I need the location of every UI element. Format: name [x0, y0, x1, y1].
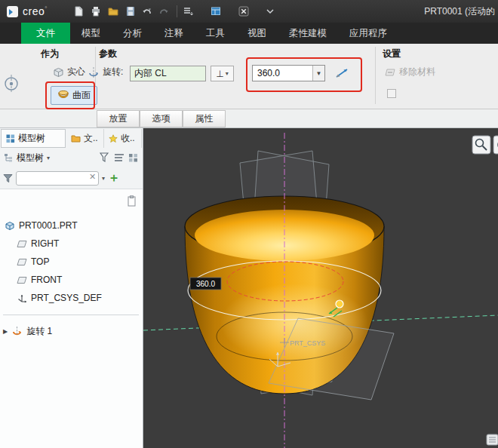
- tree-filter-settings-icon[interactable]: [99, 152, 110, 163]
- creo-logo-icon: [7, 6, 18, 17]
- tree-column-display-icon[interactable]: [113, 152, 124, 163]
- surface-bowl-icon: [57, 91, 69, 100]
- clipboard-icon[interactable]: [127, 195, 137, 207]
- model-tree-panel: 模型树 文.. 收.. 模型树 ▾ ▾ ＋ ✕: [0, 128, 143, 448]
- tree-hierarchy-icon: [4, 153, 14, 162]
- chevron-down-icon[interactable]: ▾: [47, 155, 50, 161]
- window-button[interactable]: [208, 3, 225, 20]
- tab-file[interactable]: 文件: [21, 23, 70, 44]
- refit-button[interactable]: [493, 136, 498, 154]
- revolve-axis-collector-label: 旋转:: [88, 66, 123, 78]
- tree-item-revolve[interactable]: ▶ 旋转 1: [3, 324, 52, 339]
- tab-applications[interactable]: 应用程序: [338, 23, 398, 44]
- open-button[interactable]: [105, 3, 122, 20]
- solid-button[interactable]: 实心: [53, 66, 85, 78]
- title-bar: creo°: [0, 0, 498, 23]
- angle-dropdown-button[interactable]: ▼: [312, 66, 324, 81]
- datum-plane-icon: [17, 240, 27, 248]
- filter-funnel-icon[interactable]: [3, 173, 13, 183]
- angle-combo[interactable]: 360.0 ▼: [252, 65, 325, 81]
- tab-favorites[interactable]: 收..: [104, 129, 142, 148]
- settings-checkbox[interactable]: [387, 89, 396, 98]
- solid-cube-icon: [53, 67, 64, 78]
- panel-tab-options[interactable]: 选项: [140, 110, 183, 127]
- datum-plane-icon: [17, 258, 27, 266]
- dashboard-panel-tabs: 放置 选项 属性: [0, 109, 498, 128]
- add-filter-button[interactable]: ＋: [108, 173, 120, 183]
- redo-icon: [158, 5, 173, 17]
- surface-button[interactable]: 曲面: [51, 86, 97, 105]
- chevron-down-icon: ▾: [226, 70, 229, 77]
- window-icon: [210, 5, 222, 17]
- panel-tab-placement[interactable]: 放置: [97, 110, 140, 127]
- tree-item-right-plane[interactable]: RIGHT: [17, 236, 59, 251]
- tree-item-top-plane[interactable]: TOP: [17, 254, 49, 269]
- tree-item-label: RIGHT: [31, 238, 59, 249]
- tab-model-tree[interactable]: 模型树: [1, 129, 66, 148]
- tree-item-label: 旋转 1: [26, 325, 52, 338]
- revolve-axis-icon[interactable]: [3, 74, 20, 94]
- part-icon: [5, 221, 15, 231]
- creo-window: creo°: [0, 0, 498, 448]
- toolbar-separator: [177, 5, 177, 17]
- quick-access-options-button[interactable]: [262, 3, 279, 20]
- expand-arrow-icon[interactable]: ▶: [3, 328, 8, 335]
- viewport-canvas: 360.0 PRT_CSYS: [143, 128, 498, 448]
- remove-material-button[interactable]: 移除材料: [385, 66, 435, 78]
- angle-value-text: 360.0: [196, 280, 215, 288]
- window-title: PRT0001 (活动的: [424, 5, 498, 18]
- csys-icon: [17, 293, 27, 303]
- tree-item-part[interactable]: PRT0001.PRT: [5, 218, 78, 233]
- tree-item-label: TOP: [31, 256, 49, 267]
- tab-model[interactable]: 模型: [70, 23, 112, 44]
- tab-folder-browser[interactable]: 文..: [66, 129, 104, 148]
- ribbon-tab-bar: 文件 模型 分析 注释 工具 视图 柔性建模 应用程序: [0, 23, 498, 44]
- tab-folder-label: 文..: [84, 132, 98, 145]
- tab-flexible-modeling[interactable]: 柔性建模: [278, 23, 338, 44]
- remove-material-label: 移除材料: [399, 66, 435, 78]
- flip-direction-button[interactable]: [334, 66, 350, 80]
- tree-item-front-plane[interactable]: FRONT: [17, 272, 62, 287]
- tree-search-input[interactable]: [16, 171, 99, 186]
- panel-tab-properties[interactable]: 属性: [183, 110, 226, 127]
- clear-search-icon[interactable]: ✕: [89, 172, 96, 182]
- undo-button[interactable]: [140, 3, 157, 20]
- command-list-icon: [182, 5, 194, 17]
- graphics-area[interactable]: 360.0 PRT_CSYS: [143, 128, 498, 448]
- print-icon: [90, 5, 102, 17]
- remove-material-icon: [385, 67, 396, 78]
- tab-annotate[interactable]: 注释: [153, 23, 195, 44]
- tab-favorites-label: 收..: [121, 132, 135, 145]
- chevron-down-icon: [266, 8, 274, 14]
- redo-button[interactable]: [157, 3, 174, 20]
- perpendicular-button[interactable]: ⊥ ▾: [211, 66, 234, 81]
- new-file-button[interactable]: [70, 3, 88, 20]
- solid-label: 实心: [67, 66, 85, 78]
- tab-tools[interactable]: 工具: [195, 23, 236, 44]
- datum-plane-icon: [17, 276, 27, 284]
- search-options-chevron[interactable]: ▾: [102, 175, 105, 182]
- folder-icon: [71, 134, 81, 143]
- print-button[interactable]: [88, 3, 105, 20]
- creo-logo-text: creo°: [23, 5, 48, 17]
- tab-analysis[interactable]: 分析: [112, 23, 153, 44]
- model-tree-grid-icon: [6, 134, 15, 143]
- perpendicular-symbol: ⊥: [216, 69, 223, 79]
- command-list-button[interactable]: [180, 3, 197, 20]
- tab-view[interactable]: 视图: [236, 23, 278, 44]
- angle-value-label[interactable]: 360.0: [190, 278, 221, 290]
- revolve-icon: [88, 66, 100, 78]
- as-group-label: 作为: [41, 48, 59, 60]
- revolve-feature-icon: [11, 326, 23, 336]
- close-window-button[interactable]: [235, 3, 253, 20]
- zoom-button[interactable]: [472, 136, 490, 154]
- tree-insert-separator[interactable]: [3, 315, 139, 315]
- angle-value: 360.0: [253, 68, 312, 78]
- params-group-label: 参数: [99, 48, 117, 60]
- corner-widget-icon[interactable]: [487, 434, 498, 445]
- tree-item-csys[interactable]: PRT_CSYS_DEF: [17, 290, 102, 305]
- axis-collector-field[interactable]: [130, 66, 206, 81]
- tree-settings-icon[interactable]: [128, 152, 139, 163]
- save-button[interactable]: [122, 3, 140, 20]
- star-icon: [109, 134, 118, 143]
